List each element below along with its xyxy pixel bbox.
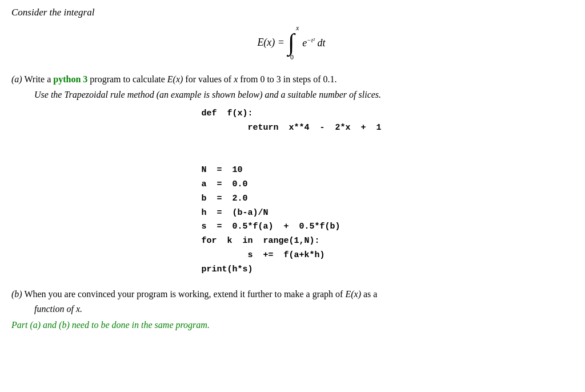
note-text: Part (a) and (b) need to be done in the …: [11, 320, 210, 330]
part-a-indent: Use the Trapezoidal rule method (an exam…: [34, 90, 571, 100]
code-line-1: def f(x):: [201, 107, 381, 121]
x-ref-b: x: [76, 304, 80, 314]
code-line-blank1: [201, 135, 381, 150]
code-line-h: h = (b-a)/N: [201, 206, 381, 221]
code-line-s-plus: s += f(a+k*h): [201, 249, 381, 263]
integral-section: E(x) = x ∫ 0 e−t² dt: [11, 24, 571, 62]
part-a-for: for values of: [185, 74, 234, 84]
integral-formula: E(x) = x ∫ 0 e−t² dt: [257, 24, 325, 62]
code-block: def f(x): return x**4 - 2*x + 1 N = 10 a…: [201, 107, 381, 277]
part-b-indent: function of x.: [34, 304, 571, 314]
lower-limit: 0: [290, 53, 294, 62]
integral-lhs: E(x) =: [257, 37, 285, 49]
code-line-b: b = 2.0: [201, 192, 381, 206]
consider-text: Consider the integral: [11, 7, 571, 18]
python-highlight: python 3: [53, 74, 87, 84]
code-line-print: print(h*s): [201, 263, 381, 277]
part-a-text: (a) Write a python 3 program to calculat…: [11, 72, 571, 87]
code-line-a: a = 0.0: [201, 178, 381, 192]
part-a-label: (a): [11, 74, 22, 84]
part-b-when: When you are convinced your program is w…: [24, 289, 345, 299]
part-b-ex: E(x): [345, 289, 361, 299]
part-a-range: from 0 to 3 in steps of 0.1.: [240, 74, 336, 84]
part-b-label: (b): [11, 289, 22, 299]
part-b-as-a: as a: [363, 289, 377, 299]
code-line-blank2: [201, 150, 381, 164]
part-note: Part (a) and (b) need to be done in the …: [11, 320, 571, 330]
integral-symbol: ∫: [288, 33, 295, 53]
page-container: Consider the integral E(x) = x ∫ 0 e−t² …: [11, 7, 571, 330]
code-line-2: return x**4 - 2*x + 1: [201, 121, 381, 135]
code-line-for: for k in range(1,N):: [201, 234, 381, 249]
ex-ref: E(x): [167, 74, 183, 84]
part-a-write: Write a: [24, 74, 53, 84]
header-label: Consider the integral: [11, 7, 94, 18]
part-b-text: (b) When you are convinced your program …: [11, 287, 571, 302]
part-a-program: program to calculate: [90, 74, 167, 84]
code-line-s: s = 0.5*f(a) + 0.5*f(b): [201, 220, 381, 234]
x-ref: x: [234, 74, 238, 84]
code-line-n: N = 10: [201, 163, 381, 178]
upper-limit: x: [296, 24, 299, 33]
integrand: e−t² dt: [302, 37, 325, 49]
